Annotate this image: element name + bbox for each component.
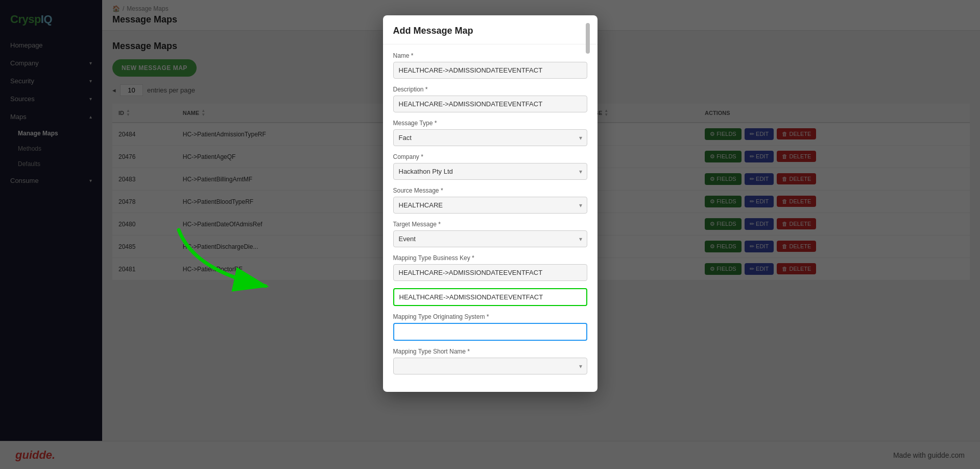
- mapping-originating-group: Mapping Type Originating System *: [393, 313, 587, 341]
- mapping-short-label: Mapping Type Short Name *: [393, 348, 587, 355]
- company-label: Company *: [393, 153, 587, 160]
- message-type-select-wrapper: Fact ▾: [393, 129, 587, 146]
- description-label: Description *: [393, 86, 587, 93]
- mapping-short-select[interactable]: [393, 358, 587, 374]
- company-select-wrapper: Hackathon Pty Ltd ▾: [393, 163, 587, 180]
- message-type-label: Message Type *: [393, 120, 587, 127]
- mapping-short-group: Mapping Type Short Name * ▾: [393, 348, 587, 374]
- green-arrow: [163, 220, 306, 312]
- company-select[interactable]: Hackathon Pty Ltd: [393, 163, 587, 180]
- modal-title: Add Message Map: [393, 26, 587, 36]
- name-input[interactable]: [393, 62, 587, 79]
- target-message-field-group: Target Message * Event ▾: [393, 221, 587, 247]
- mapping-source-input[interactable]: [393, 288, 587, 306]
- modal-overlay[interactable]: Add Message Map Name * Description * Mes…: [0, 0, 980, 469]
- company-field-group: Company * Hackathon Pty Ltd ▾: [393, 153, 587, 180]
- target-message-select-wrapper: Event ▾: [393, 230, 587, 247]
- modal-body: Name * Description * Message Type * Fact…: [383, 44, 597, 392]
- mapping-source-group: [393, 288, 587, 306]
- source-message-select[interactable]: HEALTHCARE: [393, 197, 587, 214]
- name-label: Name *: [393, 52, 587, 59]
- modal-header: Add Message Map: [383, 15, 597, 44]
- mapping-originating-input[interactable]: [393, 323, 587, 341]
- modal-dialog: Add Message Map Name * Description * Mes…: [383, 15, 597, 392]
- mapping-biz-key-input[interactable]: [393, 264, 587, 281]
- mapping-short-select-wrapper: ▾: [393, 358, 587, 374]
- source-message-field-group: Source Message * HEALTHCARE ▾: [393, 187, 587, 214]
- source-message-select-wrapper: HEALTHCARE ▾: [393, 197, 587, 214]
- mapping-originating-label: Mapping Type Originating System *: [393, 313, 587, 320]
- message-type-field-group: Message Type * Fact ▾: [393, 120, 587, 146]
- source-message-label: Source Message *: [393, 187, 587, 194]
- description-field-group: Description *: [393, 86, 587, 112]
- description-input[interactable]: [393, 96, 587, 112]
- name-field-group: Name *: [393, 52, 587, 79]
- message-type-select[interactable]: Fact: [393, 129, 587, 146]
- mapping-biz-key-group: Mapping Type Business Key *: [393, 254, 587, 281]
- target-message-select[interactable]: Event: [393, 230, 587, 247]
- mapping-biz-key-label: Mapping Type Business Key *: [393, 254, 587, 262]
- scroll-indicator: [586, 23, 590, 54]
- target-message-label: Target Message *: [393, 221, 587, 228]
